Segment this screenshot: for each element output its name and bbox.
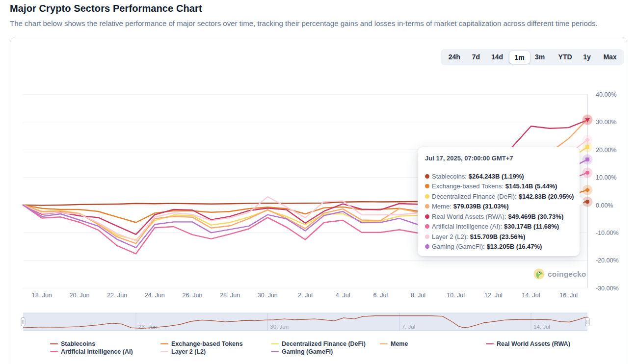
tooltip-series-value: $13.205B (16.47%) (487, 243, 542, 250)
tooltip-series-value: $79.039B (31.03%) (453, 203, 509, 210)
tooltip-series-dot (425, 184, 429, 188)
legend-series-dash (380, 343, 388, 345)
y-axis-label: 0.00% (596, 202, 613, 209)
tooltip-row: Gaming (GameFi):$13.205B (16.47%) (425, 242, 575, 252)
legend-series-dash (271, 343, 279, 345)
navigator-axis-label: 7. Jul (402, 324, 416, 330)
tooltip-series-label: Gaming (GameFi): (432, 243, 485, 250)
tooltip-series-value: $264.243B (1.19%) (469, 173, 524, 180)
y-axis-label: 40.00% (596, 91, 616, 98)
legend-item-meme[interactable]: Meme (380, 340, 408, 348)
y-axis-label: 30.00% (596, 119, 616, 126)
range-button-max[interactable]: Max (603, 49, 616, 65)
navigator-axis-label: 30. Jun (270, 324, 289, 330)
tooltip-series-value: $142.83B (20.95%) (519, 193, 574, 200)
x-axis-label: 22. Jun (107, 292, 127, 299)
x-axis-label: 20. Jun (69, 292, 89, 299)
legend-item-artificial-intelligence-ai[interactable]: Artificial Intelligence (AI) (50, 348, 133, 356)
legend-item-stablecoins[interactable]: Stablecoins (50, 340, 95, 348)
x-axis-label: 30. Jun (258, 292, 278, 299)
tooltip-series-dot (425, 204, 429, 208)
x-axis-label: 26. Jun (182, 292, 202, 299)
point-marker[interactable] (585, 200, 589, 204)
legend-series-label: Decentralized Finance (DeFi) (282, 340, 366, 347)
legend-series-label: Meme (391, 340, 408, 347)
y-axis-label: -20.00% (596, 257, 619, 264)
tooltip-series-dot (425, 234, 429, 239)
range-button-3m[interactable]: 3m (535, 49, 545, 65)
x-axis-label: 12. Jul (484, 292, 503, 299)
tooltip-row: Meme:$79.039B (31.03%) (425, 202, 575, 212)
y-axis-label: -30.00% (596, 285, 619, 292)
x-axis-label: 24. Jun (145, 292, 165, 299)
x-axis-label: 18. Jun (32, 292, 52, 299)
tooltip-rows: Stablecoins:$264.243B (1.19%)Exchange-ba… (425, 171, 575, 252)
tooltip-row: Layer 2 (L2):$15.709B (23.56%) (425, 232, 575, 242)
legend-series-dash (486, 343, 494, 345)
legend-series-label: Gaming (GameFi) (282, 348, 333, 355)
tooltip-series-dot (425, 194, 429, 199)
range-button-7d[interactable]: 7d (472, 49, 480, 65)
tooltip-row: Decentralized Finance (DeFi):$142.83B (2… (425, 191, 575, 202)
legend-series-label: Stablecoins (61, 340, 95, 347)
legend-item-real-world-assets-rwa[interactable]: Real World Assets (RWA) (486, 340, 570, 348)
page: Major Crypto Sectors Performance Chart T… (0, 0, 637, 364)
tooltip-series-dot (425, 244, 429, 249)
y-axis-label: -10.00% (596, 230, 619, 236)
legend-series-dash (271, 351, 279, 353)
x-axis-label: 10. Jul (447, 292, 465, 299)
tooltip-series-label: Exchange-based Tokens: (432, 182, 504, 190)
navigator-track[interactable] (23, 313, 587, 331)
tooltip-series-dot (425, 214, 429, 219)
time-range-selector: 24h7d14d1m3mYTD1yMax (441, 49, 624, 65)
range-button-1m[interactable]: 1m (509, 51, 530, 64)
point-marker[interactable] (585, 157, 589, 161)
tooltip-series-label: Stablecoins: (432, 173, 467, 180)
chart-tooltip: Jul 17, 2025, 07:00:00 GMT+7 Stablecoins… (418, 147, 580, 256)
range-button-24h[interactable]: 24h (449, 49, 460, 65)
tooltip-series-label: Artificial Intelligence (AI): (432, 223, 502, 230)
navigator-handle-left[interactable] (21, 318, 25, 326)
tooltip-row: Real World Assets (RWA):$49.469B (30.73%… (425, 211, 575, 222)
legend-series-label: Layer 2 (L2) (171, 348, 206, 355)
x-axis-label: 28. Jun (220, 292, 240, 299)
point-marker[interactable] (585, 171, 589, 175)
point-marker[interactable] (585, 145, 589, 149)
tooltip-series-label: Layer 2 (L2): (432, 233, 468, 240)
navigator-axis-label: 23. Jun (138, 324, 157, 330)
legend-series-dash (50, 351, 58, 353)
y-axis-label: 10.00% (596, 174, 616, 181)
tooltip-series-label: Decentralized Finance (DeFi): (432, 193, 517, 200)
range-button-1y[interactable]: 1y (583, 49, 591, 65)
x-axis-label: 8. Jul (411, 292, 425, 299)
tooltip-row: Artificial Intelligence (AI):$30.174B (1… (425, 222, 575, 232)
x-axis-label: 16. Jul (559, 292, 578, 299)
x-axis-label: 4. Jul (336, 292, 350, 299)
navigator-handle-right[interactable] (585, 318, 589, 326)
x-axis-label: 2. Jul (298, 292, 313, 299)
legend-series-label: Exchange-based Tokens (171, 340, 243, 347)
x-axis-label: 6. Jul (373, 292, 388, 299)
legend-series-label: Real World Assets (RWA) (497, 340, 570, 347)
y-axis-label: 20.00% (596, 147, 616, 154)
tooltip-series-value: $15.709B (23.56%) (470, 233, 526, 240)
legend-series-label: Artificial Intelligence (AI) (61, 348, 133, 355)
legend-series-dash (160, 351, 168, 353)
tooltip-series-value: $49.469B (30.73%) (508, 213, 563, 220)
tooltip-series-dot (425, 224, 429, 229)
legend-series-dash (50, 343, 58, 345)
tooltip-series-value: $145.14B (5.44%) (505, 182, 557, 190)
tooltip-series-label: Meme: (432, 203, 451, 210)
range-button-ytd[interactable]: YTD (558, 49, 572, 65)
range-button-14d[interactable]: 14d (491, 49, 503, 65)
tooltip-row: Exchange-based Tokens:$145.14B (5.44%) (425, 182, 575, 192)
tooltip-row: Stablecoins:$264.243B (1.19%) (425, 171, 575, 182)
legend-item-layer-2-l2[interactable]: Layer 2 (L2) (160, 348, 206, 356)
legend-item-gaming-gamefi[interactable]: Gaming (GameFi) (271, 348, 333, 356)
legend-item-exchange-based-tokens[interactable]: Exchange-based Tokens (160, 340, 243, 348)
tooltip-series-dot (425, 174, 429, 179)
navigator-axis-label: 14. Jul (533, 324, 550, 330)
tooltip-date: Jul 17, 2025, 07:00:00 GMT+7 (425, 155, 513, 162)
legend-item-decentralized-finance-defi[interactable]: Decentralized Finance (DeFi) (271, 340, 366, 348)
legend-series-dash (160, 343, 168, 345)
